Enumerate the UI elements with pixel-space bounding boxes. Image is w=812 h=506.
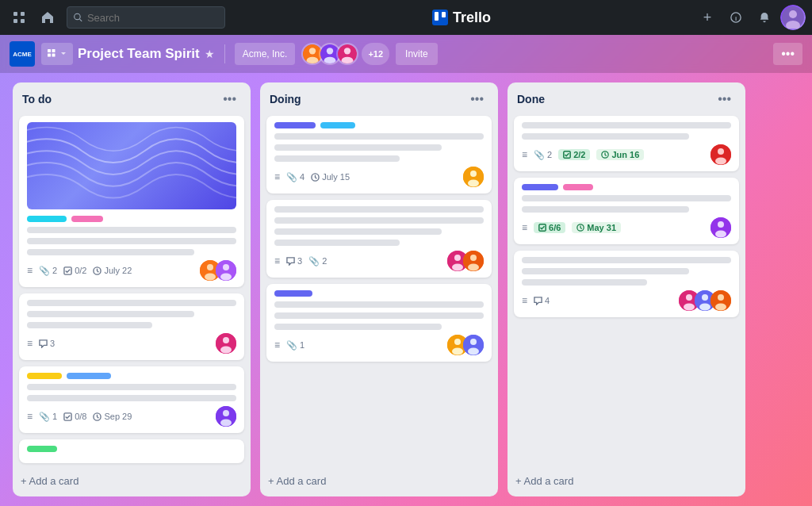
add-button[interactable]: + [695, 5, 720, 30]
svg-point-30 [207, 264, 213, 270]
card-meta: ≡ 4 [522, 290, 731, 311]
card-todo-3[interactable]: ≡ 📎 1 0/8 Sep 29 [19, 366, 244, 433]
list-done-menu[interactable]: ••• [713, 90, 736, 108]
card-avatars [679, 290, 731, 311]
card-avatar [216, 260, 236, 281]
svg-point-74 [699, 304, 710, 311]
card-text-line [274, 144, 442, 151]
search-input[interactable] [87, 12, 218, 24]
attachment-count: 📎 2 [39, 266, 57, 276]
svg-rect-8 [442, 12, 446, 17]
list-todo-menu[interactable]: ••• [218, 90, 241, 108]
card-avatar [216, 333, 236, 354]
svg-rect-7 [435, 12, 439, 21]
clock-icon [93, 412, 102, 421]
list-icon: ≡ [27, 338, 33, 349]
color-tag-yellow [27, 373, 62, 379]
card-doing-2[interactable]: ≡ 3 📎 2 [266, 200, 492, 278]
more-members-badge[interactable]: +12 [362, 43, 389, 65]
checklist-item: 0/8 [63, 412, 86, 421]
attachment-count: 📎 1 [286, 340, 304, 351]
list-done-header: Done ••• [508, 82, 745, 113]
list-icon: ≡ [522, 295, 527, 306]
attachment-count: 📎 2 [308, 256, 327, 266]
paperclip-icon: 📎 [534, 150, 545, 160]
card-done-2[interactable]: ≡ 6/6 May 31 [514, 178, 739, 244]
svg-point-33 [223, 264, 229, 270]
card-text-line [274, 155, 400, 162]
card-todo-4[interactable] [19, 439, 244, 463]
card-color-tags [274, 122, 484, 128]
comment-icon [39, 339, 48, 348]
svg-point-22 [327, 48, 333, 54]
color-tag-indigo [274, 122, 316, 128]
card-avatars [463, 167, 484, 187]
svg-point-57 [470, 339, 477, 345]
card-todo-2[interactable]: ≡ 3 [19, 293, 244, 360]
card-avatar [710, 217, 731, 238]
svg-point-25 [344, 48, 350, 54]
grid-icon-button[interactable] [6, 5, 32, 30]
svg-point-71 [684, 304, 695, 311]
clock-icon [93, 266, 102, 275]
member-avatars: +12 [301, 43, 389, 65]
due-date: July 15 [311, 172, 350, 182]
color-tag-sky [320, 122, 355, 128]
trello-logo: Trello [432, 10, 491, 26]
svg-point-68 [715, 231, 726, 238]
home-icon-button[interactable] [35, 5, 60, 30]
card-text-line [27, 249, 194, 255]
svg-rect-3 [21, 19, 25, 23]
card-text-line [274, 228, 442, 235]
svg-point-46 [468, 180, 479, 187]
due-date-done: May 31 [572, 222, 621, 233]
search-bar [67, 6, 225, 29]
card-avatars [710, 144, 731, 165]
checklist-complete-badge: 2/2 [558, 149, 590, 160]
invite-button[interactable]: Invite [396, 43, 438, 65]
comment-count: 3 [39, 339, 55, 348]
card-done-1[interactable]: ≡ 📎 2 2/2 Jun 16 [514, 116, 739, 171]
card-text-line [274, 312, 484, 319]
due-date: July 22 [93, 266, 132, 275]
card-doing-1[interactable]: ≡ 📎 4 July 15 [266, 116, 492, 194]
paperclip-icon: 📎 [286, 172, 297, 182]
svg-rect-2 [13, 19, 17, 23]
card-text-line [522, 195, 731, 201]
card-meta: ≡ 3 📎 2 [274, 251, 484, 271]
card-done-3[interactable]: ≡ 4 [514, 251, 739, 317]
svg-point-58 [468, 348, 479, 355]
list-doing-menu[interactable]: ••• [465, 90, 488, 108]
card-text-line [27, 384, 236, 390]
user-avatar-nav[interactable] [780, 5, 806, 30]
card-color-tags [27, 446, 236, 452]
card-meta: ≡ 3 [27, 333, 236, 354]
card-text-line [522, 268, 689, 274]
svg-point-41 [223, 410, 229, 416]
add-card-button-doing[interactable]: + Add a card [260, 470, 498, 492]
add-card-button-todo[interactable]: + Add a card [13, 470, 251, 492]
attachment-count: 📎 1 [39, 412, 57, 422]
search-icon [74, 13, 82, 22]
add-card-button-done[interactable]: + Add a card [508, 470, 745, 492]
card-avatars [216, 406, 236, 427]
board-menu-button[interactable] [41, 43, 73, 65]
workspace-name-button[interactable]: Acme, Inc. [235, 43, 296, 65]
bell-button[interactable] [752, 5, 777, 30]
card-todo-1[interactable]: ≡ 📎 2 0/2 July 22 [19, 116, 244, 287]
list-icon: ≡ [522, 222, 527, 233]
check-icon [563, 151, 571, 159]
star-button[interactable]: ★ [205, 48, 215, 60]
svg-text:i: i [735, 15, 737, 22]
card-doing-3[interactable]: ≡ 📎 1 [266, 284, 492, 362]
nav-center: Trello [232, 10, 691, 26]
member-avatar-3[interactable] [336, 43, 358, 65]
list-icon: ≡ [274, 255, 280, 266]
svg-rect-1 [21, 12, 25, 16]
check-icon [538, 224, 546, 232]
card-cover [27, 122, 236, 209]
more-options-button[interactable]: ••• [773, 43, 802, 65]
card-cover-wavy [27, 122, 236, 209]
info-button[interactable]: i [723, 5, 749, 30]
card-text-line [522, 206, 689, 213]
